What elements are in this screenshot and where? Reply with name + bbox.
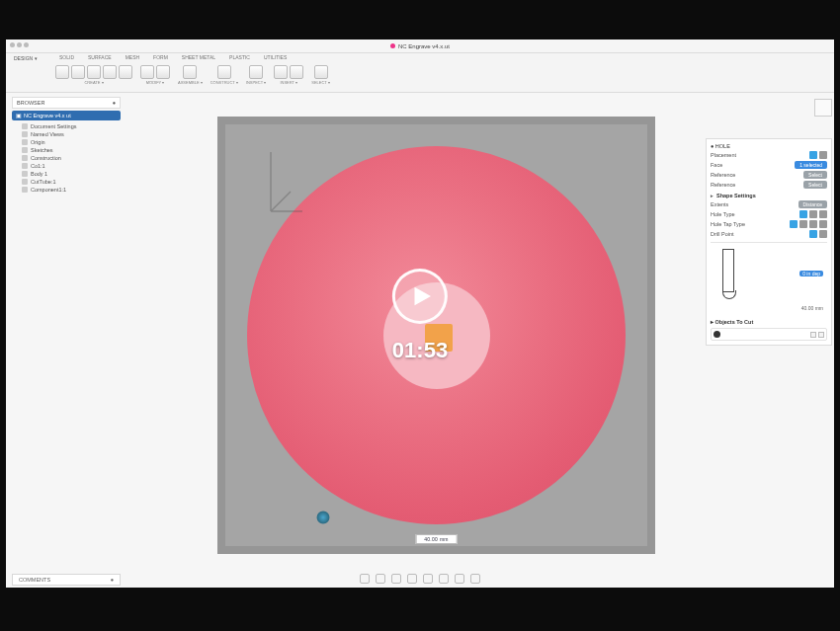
hole-type-countersink-icon[interactable]: [819, 210, 827, 218]
play-button[interactable]: [392, 269, 448, 324]
look-at-icon[interactable]: [423, 574, 433, 584]
tree-item[interactable]: Body 1: [22, 170, 121, 178]
reference-select-chip[interactable]: Select: [803, 171, 827, 179]
ribbon-group-construct: CONSTRUCT ▾: [210, 65, 238, 85]
tab-surface[interactable]: SURFACE: [88, 54, 112, 60]
component-icon: [22, 163, 28, 169]
tree-item[interactable]: CutTube:1: [22, 178, 121, 186]
hole-type-simple-icon[interactable]: [799, 210, 807, 218]
browser-root-label: NC Engrave v4.x ut: [24, 113, 71, 118]
tab-sheet-metal[interactable]: SHEET METAL: [182, 54, 215, 60]
browser-header[interactable]: BROWSER ●: [12, 97, 121, 109]
tap-clearance-icon[interactable]: [809, 220, 817, 228]
dimension-input[interactable]: 40.00 mm: [415, 534, 458, 544]
comments-bar[interactable]: COMMENTS ●: [12, 574, 121, 586]
browser-panel: BROWSER ● ▣ NC Engrave v4.x ut Document …: [12, 97, 121, 194]
tap-tapped-icon[interactable]: [799, 220, 807, 228]
body-icon: [22, 171, 28, 177]
placement-label: Placement: [711, 152, 736, 158]
zoom-icon[interactable]: [391, 574, 401, 584]
placement-multi-icon[interactable]: [819, 151, 827, 159]
tool-icon[interactable]: [274, 65, 288, 79]
browser-root-node[interactable]: ▣ NC Engrave v4.x ut: [12, 111, 121, 120]
tool-icon[interactable]: [156, 65, 170, 79]
tool-icon[interactable]: [87, 65, 101, 79]
tab-mesh[interactable]: MESH: [126, 54, 139, 60]
tool-icon[interactable]: [55, 65, 69, 79]
sketch-icon: [22, 147, 28, 153]
manipulator-handle-icon[interactable]: [316, 511, 330, 524]
tap-none-icon[interactable]: [790, 220, 798, 228]
tool-icon[interactable]: [314, 65, 328, 79]
tree-item[interactable]: Co1:1: [22, 162, 121, 170]
ribbon-group-label[interactable]: ASSEMBLE ▾: [178, 80, 203, 85]
titlebar: NC Engrave v4.x.ut: [6, 39, 834, 53]
pan-icon[interactable]: [376, 574, 385, 584]
grid-settings-icon[interactable]: [455, 574, 464, 584]
app-logo-icon: [390, 43, 395, 48]
ribbon-group-select: SELECT ▾: [311, 65, 330, 85]
drill-point-label: Drill Point: [711, 231, 734, 237]
tree-item[interactable]: Sketches: [22, 146, 121, 154]
tool-icon[interactable]: [249, 65, 263, 79]
display-settings-icon[interactable]: [439, 574, 449, 584]
orbit-icon[interactable]: [360, 574, 370, 584]
model-viewport[interactable]: 40.00 mm: [217, 117, 655, 554]
tool-icon[interactable]: [103, 65, 117, 79]
tool-icon[interactable]: [290, 65, 303, 79]
ok-button[interactable]: [810, 332, 816, 338]
tab-solid[interactable]: SOLID: [59, 54, 74, 60]
tool-icon[interactable]: [217, 65, 231, 79]
tab-utilities[interactable]: UTILITIES: [264, 54, 287, 60]
face-selection-chip[interactable]: 1 selected: [795, 161, 827, 169]
tree-item[interactable]: Origin: [22, 138, 121, 146]
tool-icon[interactable]: [119, 65, 132, 79]
cancel-button[interactable]: [818, 332, 824, 338]
objects-to-cut-header[interactable]: ▸ Objects To Cut: [711, 319, 827, 325]
hole-type-label: Hole Type: [711, 211, 735, 217]
ribbon-group-label[interactable]: SELECT ▾: [311, 80, 330, 85]
placement-single-icon[interactable]: [809, 151, 817, 159]
views-icon: [22, 131, 28, 137]
document-title: NC Engrave v4.x.ut: [398, 43, 450, 49]
extents-label: Extents: [711, 201, 728, 207]
ribbon-group-label[interactable]: INSERT ▾: [280, 80, 297, 85]
reference2-select-chip[interactable]: Select: [803, 181, 827, 189]
tree-item[interactable]: Construction: [22, 154, 121, 162]
tap-type-label: Hole Tap Type: [711, 221, 745, 227]
window-controls[interactable]: [10, 42, 29, 47]
shape-settings-header[interactable]: Shape Settings: [711, 193, 827, 198]
ribbon-group-label[interactable]: MODIFY ▾: [146, 80, 165, 85]
tree-item[interactable]: Named Views: [22, 130, 121, 138]
tool-icon[interactable]: [71, 65, 85, 79]
traffic-light-icon[interactable]: [17, 42, 22, 47]
viewcube-icon[interactable]: [814, 99, 832, 117]
ribbon-group-label[interactable]: INSPECT ▾: [246, 80, 266, 85]
extents-dropdown[interactable]: Distance: [798, 200, 827, 208]
browser-tree: Document Settings Named Views Origin Ske…: [12, 122, 121, 194]
tap-taper-icon[interactable]: [819, 220, 827, 228]
drill-flat-icon[interactable]: [809, 230, 817, 238]
tool-icon[interactable]: [140, 65, 154, 79]
tree-item[interactable]: Document Settings: [22, 122, 121, 130]
tab-form[interactable]: FORM: [153, 54, 168, 60]
objects-to-cut-row: [711, 328, 827, 341]
ribbon-group-label[interactable]: CREATE ▾: [84, 80, 103, 85]
traffic-light-icon[interactable]: [24, 42, 29, 47]
diameter-readout[interactable]: 40.00 mm: [801, 305, 823, 311]
tree-item[interactable]: Component1:1: [22, 186, 121, 194]
browser-collapse-icon[interactable]: ●: [113, 100, 116, 106]
drill-bit-icon: [722, 249, 734, 292]
tab-plastic[interactable]: PLASTIC: [229, 54, 250, 60]
fit-icon[interactable]: [407, 574, 417, 584]
drill-angle-icon[interactable]: [819, 230, 827, 238]
viewport-layout-icon[interactable]: [470, 574, 480, 584]
hole-type-counterbore-icon[interactable]: [809, 210, 817, 218]
comments-collapse-icon[interactable]: ●: [111, 577, 114, 583]
play-icon: [411, 285, 433, 307]
traffic-light-icon[interactable]: [10, 42, 15, 47]
navigation-toolbar: [360, 574, 480, 584]
tool-icon[interactable]: [183, 65, 197, 79]
workspace-switcher[interactable]: DESIGN ▾: [14, 55, 38, 61]
ribbon-group-label[interactable]: CONSTRUCT ▾: [210, 80, 238, 85]
